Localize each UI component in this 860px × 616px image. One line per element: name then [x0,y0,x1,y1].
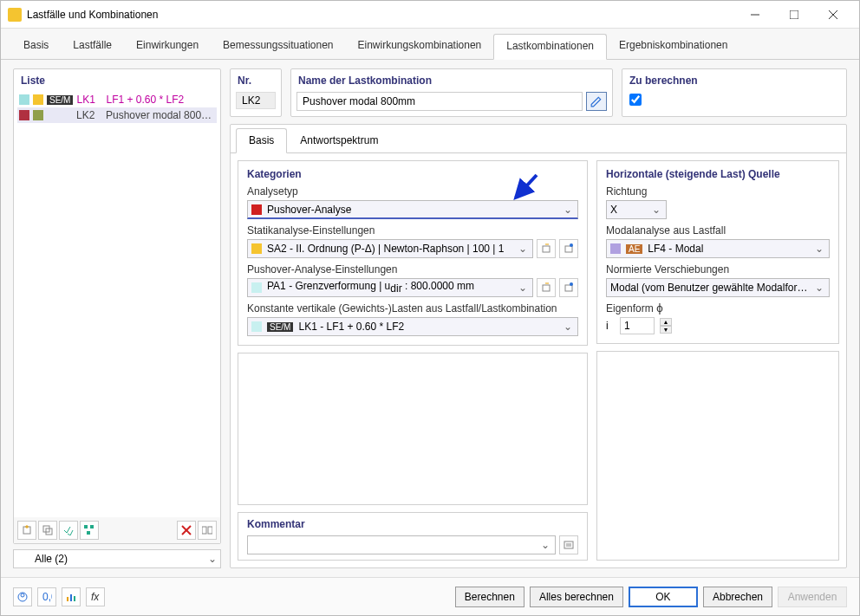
new-settings-button[interactable] [537,239,556,258]
list-tag: SE/M [47,95,73,105]
berechnen-button[interactable]: Berechnen [455,587,524,607]
comment-title: Kommentar [247,518,578,530]
function-icon[interactable]: fx [86,587,105,606]
tab-einwirkungen[interactable]: Einwirkungen [124,34,211,59]
eigen-input[interactable] [620,317,655,334]
window-title: Lastfälle und Kombinationen [27,9,735,21]
svg-text:0,0: 0,0 [42,592,52,602]
minimize-button[interactable] [735,2,774,28]
edit-pushover-button[interactable] [559,278,578,297]
close-button[interactable] [813,2,852,28]
norm-dropdown[interactable]: Modal (vom Benutzer gewählte Modalform) … [606,278,830,297]
konst-value: LK1 - LF1 + 0.60 * LF2 [298,321,557,333]
spinner-up-icon[interactable]: ▲ [660,318,672,326]
calc-panel: Zu berechnen [622,68,847,117]
list-item[interactable]: SE/M LK1 LF1 + 0.60 * LF2 [17,92,217,107]
chevron-down-icon: ⌄ [650,204,662,216]
konst-label: Konstante vertikale (Gewichts-)Lasten au… [247,302,578,314]
list-toolbar [14,517,220,543]
tab-basis[interactable]: Basis [11,34,61,59]
units-icon[interactable]: 0,0 [37,587,56,606]
chevron-down-icon: ⌄ [517,243,529,255]
pushover-label: Pushover-Analyse-Einstellungen [247,263,578,276]
nr-title: Nr. [231,69,281,90]
statik-label: Statikanalyse-Einstellungen [247,224,578,237]
swatch-icon [251,321,262,332]
ok-button[interactable]: OK [629,587,698,607]
check-select-icon[interactable] [59,521,78,540]
tab-einwirkungskomb[interactable]: Einwirkungskombinationen [346,34,494,59]
swatch-icon [33,94,43,105]
delete-icon[interactable] [177,521,196,540]
tab-lastfaelle[interactable]: Lastfälle [61,34,124,59]
spinner-down-icon[interactable]: ▼ [660,326,672,334]
nr-value: LK2 [236,92,276,109]
comment-button[interactable] [559,535,578,554]
list-body: SE/M LK1 LF1 + 0.60 * LF2 LK2 Pushover m… [14,90,220,517]
statik-value: SA2 - II. Ordnung (P-Δ) | Newton-Raphson… [267,243,511,255]
swatch-icon [251,243,262,254]
statik-dropdown[interactable]: SA2 - II. Ordnung (P-Δ) | Newton-Raphson… [247,239,533,258]
svg-rect-17 [543,246,550,252]
swatch-icon [251,282,262,293]
svg-rect-31 [67,597,68,601]
analysetyp-dropdown[interactable]: Pushover-Analyse ⌄ [247,200,578,219]
abbrechen-button[interactable]: Abbrechen [703,587,772,607]
richtung-label: Richtung [606,185,830,198]
empty-panel [238,353,588,505]
svg-rect-10 [90,525,94,528]
comment-dropdown[interactable]: ⌄ [247,535,556,554]
maximize-button[interactable] [774,2,813,28]
edit-settings-button[interactable] [559,239,578,258]
sub-tab-basis[interactable]: Basis [236,128,287,153]
nr-panel: Nr. LK2 [230,68,282,117]
list-panel: Liste SE/M LK1 LF1 + 0.60 * LF2 LK2 Push… [13,68,221,544]
pushover-dropdown[interactable]: PA1 - Grenzverformung | udir : 800.0000 … [247,278,533,297]
chevron-down-icon: ⌄ [539,539,551,551]
app-icon [8,8,22,22]
horizontal-title: Horizontale (steigende Last) Quelle [606,168,830,180]
horizontal-section: Horizontale (steigende Last) Quelle Rich… [596,160,839,344]
sub-tab-antwortspektrum[interactable]: Antwortspektrum [287,128,391,152]
anwenden-button[interactable]: Anwenden [778,587,847,607]
richtung-dropdown[interactable]: X ⌄ [606,200,667,219]
alles-berechnen-button[interactable]: Alles berechnen [530,587,623,607]
konst-dropdown[interactable]: SE/M LK1 - LF1 + 0.60 * LF2 ⌄ [247,317,578,336]
edit-name-button[interactable] [586,92,607,111]
tab-bemessung[interactable]: Bemessungssituationen [211,34,345,59]
top-tabs: Basis Lastfälle Einwirkungen Bemessungss… [1,29,859,60]
modal-value: LF4 - Modal [648,243,808,255]
list-code: LK2 [76,109,102,121]
chevron-down-icon: ⌄ [813,282,825,294]
modal-label: Modalanalyse aus Lastfall [606,224,830,237]
tab-lastkombinationen[interactable]: Lastkombinationen [493,34,607,60]
list-text: LF1 + 0.60 * LF2 [106,94,215,106]
copy-icon[interactable] [38,521,57,540]
pushover-value: PA1 - Grenzverformung | udir : 800.0000 … [267,280,511,295]
list-code: LK1 [76,94,102,106]
chevron-down-icon: ⌄ [205,553,220,565]
tree-icon[interactable] [80,521,99,540]
new-pushover-button[interactable] [537,278,556,297]
swatch-icon [610,243,621,254]
calc-checkbox[interactable] [629,94,642,106]
sub-tabs: Basis Antwortspektrum [231,125,846,153]
tab-ergebniskomb[interactable]: Ergebniskombinationen [607,34,739,59]
modal-dropdown[interactable]: AE LF4 - Modal ⌄ [606,239,830,258]
new-icon[interactable] [17,521,36,540]
swatch-icon [19,110,29,120]
help-icon[interactable] [13,587,32,606]
filter-dropdown[interactable]: Alle (2) ⌄ [13,549,221,568]
name-title: Name der Lastkombination [291,69,612,90]
list-text: Pushover modal 800mm [106,109,215,121]
titlebar: Lastfälle und Kombinationen [1,1,859,29]
svg-text:fx: fx [91,592,100,602]
chart-icon[interactable] [62,587,81,606]
svg-rect-19 [565,246,572,252]
richtung-value: X [610,204,645,216]
name-input[interactable] [296,92,583,111]
list-item[interactable]: LK2 Pushover modal 800mm [17,107,217,123]
layout-icon[interactable] [198,521,217,540]
list-title: Liste [14,69,220,90]
svg-rect-23 [565,285,572,291]
